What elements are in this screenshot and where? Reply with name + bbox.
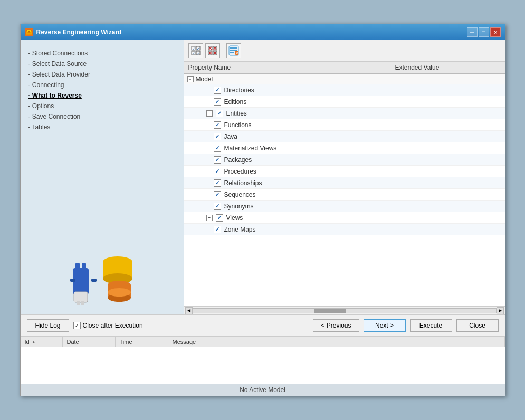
properties-button[interactable]: A [226, 43, 241, 58]
scrollbar-thumb[interactable] [314, 309, 346, 313]
window-title: Reverse Engineering Wizard [36, 28, 467, 36]
main-window: Reverse Engineering Wizard ─ □ ✕ - Store… [20, 24, 505, 396]
svg-rect-5 [82, 263, 86, 272]
model-label: Model [196, 75, 502, 83]
next-button[interactable]: Next > [364, 319, 406, 332]
directories-checkbox[interactable] [214, 87, 221, 94]
sidebar: - Stored Connections - Select Data Sourc… [21, 40, 184, 314]
table-row: Relationships [184, 177, 505, 189]
sidebar-item-save-connection[interactable]: - Save Connection [26, 111, 178, 122]
procedures-checkbox[interactable] [214, 168, 221, 175]
close-after-execution-label[interactable]: Close after Execution [73, 322, 143, 329]
packages-checkbox[interactable] [214, 156, 221, 164]
scroll-left-button[interactable]: ◀ [185, 307, 193, 314]
execute-button[interactable]: Execute [410, 319, 452, 332]
check-all-button[interactable]: ✓ ✓ ✓ ✓ [188, 43, 203, 58]
entities-checkbox[interactable] [216, 110, 223, 117]
log-header: Id ▲ Date Time Message [21, 337, 505, 347]
sidebar-item-select-data-source[interactable]: - Select Data Source [26, 59, 178, 69]
model-expand-button[interactable]: - [187, 76, 194, 82]
table-row: Packages [184, 154, 505, 166]
sidebar-item-stored-connections[interactable]: - Stored Connections [26, 48, 178, 59]
svg-text:✓: ✓ [197, 47, 200, 51]
window-controls: ─ □ ✕ [467, 27, 501, 37]
scroll-right-button[interactable]: ▶ [497, 307, 504, 314]
table-row: Zone Maps [184, 224, 505, 235]
table-row: Procedures [184, 166, 505, 177]
svg-rect-44 [230, 52, 234, 53]
log-id-header: Id ▲ [21, 337, 63, 347]
sequences-checkbox[interactable] [214, 191, 221, 198]
log-time-header: Time [116, 337, 168, 347]
svg-rect-42 [230, 47, 237, 49]
right-panel: ✓ ✓ ✓ ✓ [184, 40, 505, 314]
grid-header: Property Name Extended Value [184, 62, 505, 74]
svg-rect-4 [75, 263, 80, 272]
editions-checkbox[interactable] [214, 98, 221, 106]
scrollbar-track[interactable] [193, 308, 497, 313]
status-bar: No Active Model [21, 384, 505, 396]
functions-checkbox[interactable] [214, 121, 221, 129]
close-after-execution-checkbox[interactable] [73, 322, 81, 329]
uncheck-all-button[interactable] [205, 43, 220, 58]
minimize-button[interactable]: ─ [467, 27, 478, 37]
status-text: No Active Model [240, 386, 285, 394]
table-row: Java [184, 131, 505, 142]
log-date-header: Date [63, 337, 116, 347]
table-row: Materialized Views [184, 142, 505, 154]
horizontal-scrollbar[interactable]: ◀ ▶ [184, 306, 505, 314]
table-row: Functions [184, 119, 505, 131]
close-after-label-text: Close after Execution [83, 322, 143, 329]
table-row: Sequences [184, 189, 505, 201]
entities-expand-button[interactable]: + [206, 110, 213, 117]
zone-maps-label: Zone Maps [224, 226, 502, 233]
views-expand-button[interactable]: + [206, 215, 213, 221]
title-bar: Reverse Engineering Wizard ─ □ ✕ [21, 24, 505, 40]
sidebar-item-options[interactable]: - Options [26, 101, 178, 111]
close-button-footer[interactable]: Close [456, 319, 499, 332]
table-row: Synonyms [184, 201, 505, 212]
functions-label: Functions [224, 121, 502, 129]
svg-point-20 [108, 288, 131, 297]
svg-text:✓: ✓ [197, 52, 200, 55]
maximize-button[interactable]: □ [479, 27, 489, 37]
sidebar-item-connecting[interactable]: - Connecting [26, 80, 178, 90]
java-label: Java [224, 133, 502, 140]
sidebar-item-tables[interactable]: - Tables [26, 122, 178, 132]
sidebar-item-select-data-provider[interactable]: - Select Data Provider [26, 69, 178, 80]
close-button[interactable]: ✕ [490, 27, 501, 37]
extended-value-header: Extended Value [395, 64, 501, 71]
views-checkbox[interactable] [216, 214, 223, 222]
synonyms-checkbox[interactable] [214, 203, 221, 210]
editions-label: Editions [224, 98, 502, 106]
table-row: Editions [184, 96, 505, 108]
views-label: Views [226, 214, 502, 222]
table-row: + Entities [184, 108, 505, 119]
table-row: + Views [184, 212, 505, 224]
svg-text:A: A [236, 51, 238, 54]
log-section: Id ▲ Date Time Message [21, 336, 505, 384]
directories-label: Directories [224, 87, 502, 94]
log-body [21, 347, 505, 379]
svg-rect-7 [91, 279, 97, 282]
zone-maps-checkbox[interactable] [214, 226, 221, 233]
entities-label: Entities [226, 110, 502, 117]
relationships-checkbox[interactable] [214, 179, 221, 187]
log-message-header: Message [168, 337, 505, 347]
main-content: - Stored Connections - Select Data Sourc… [21, 40, 505, 314]
procedures-label: Procedures [224, 168, 502, 175]
model-section-header[interactable]: - Model [184, 74, 505, 84]
svg-point-2 [28, 31, 30, 33]
svg-rect-8 [74, 292, 88, 302]
hide-log-button[interactable]: Hide Log [27, 319, 69, 332]
materialized-views-checkbox[interactable] [214, 145, 221, 152]
database-illustration [62, 242, 141, 307]
previous-button[interactable]: < Previous [313, 319, 359, 332]
footer-bar: Hide Log Close after Execution < Previou… [21, 314, 505, 336]
property-name-header: Property Name [188, 64, 395, 71]
window-icon [25, 28, 33, 36]
sidebar-item-what-to-reverse[interactable]: - What to Reverse [26, 90, 178, 101]
java-checkbox[interactable] [214, 133, 221, 140]
svg-text:✓: ✓ [192, 52, 195, 55]
svg-text:✓: ✓ [192, 47, 195, 51]
